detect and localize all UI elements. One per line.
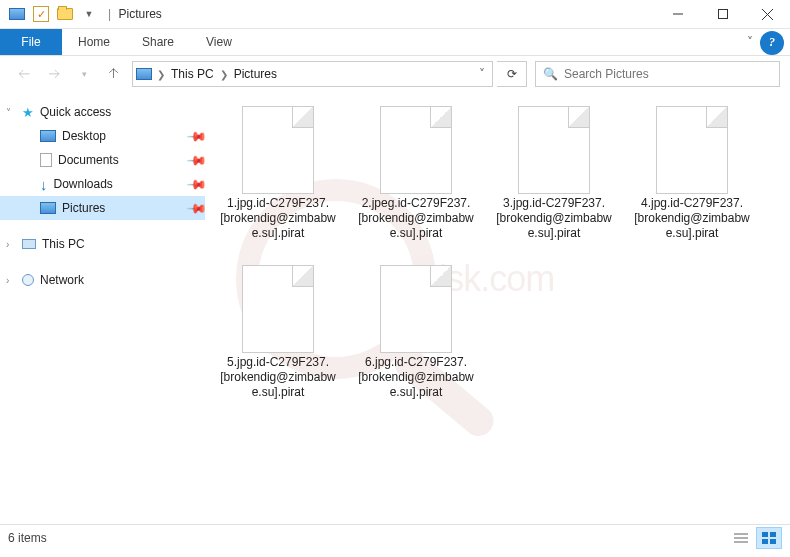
star-icon: ★ [22,105,34,120]
crumb-pictures[interactable]: Pictures [230,62,281,86]
pin-icon: 📌 [186,197,205,219]
help-icon[interactable]: ? [760,31,784,55]
file-item[interactable]: 2.jpeg.id-C279F237.[brokendig@zimbabwe.s… [351,106,481,241]
close-button[interactable] [745,0,790,29]
documents-icon [40,153,52,167]
pc-icon [22,239,36,249]
file-tab[interactable]: File [0,29,62,55]
sidebar-item-pictures[interactable]: Pictures📌 [0,196,205,220]
file-pane[interactable]: 1.jpg.id-C279F237.[brokendig@zimbabwe.su… [205,92,790,524]
titlebar: ✓ ▼ | Pictures [0,0,790,29]
nav-up-button[interactable]: 🡡 [100,60,128,88]
search-input[interactable] [564,67,779,81]
file-item[interactable]: 6.jpg.id-C279F237.[brokendig@zimbabwe.su… [351,265,481,400]
nav-recent-button[interactable]: ▾ [70,60,98,88]
collapse-icon[interactable]: ˅ [6,107,11,118]
search-box[interactable]: 🔍 [535,61,780,87]
svg-rect-8 [770,532,776,537]
crumb-root-chevron[interactable]: ❯ [155,62,167,86]
sidebar: ˅ ★ Quick access Desktop📌 Documents📌 ↓ D… [0,92,205,524]
file-name: 4.jpg.id-C279F237.[brokendig@zimbabwe.su… [627,196,757,241]
crumb-thispc[interactable]: This PC [167,62,218,86]
pictures-icon [40,202,56,214]
maximize-button[interactable] [700,0,745,29]
svg-rect-9 [762,539,768,544]
sidebar-network[interactable]: › Network [0,268,205,292]
file-item[interactable]: 1.jpg.id-C279F237.[brokendig@zimbabwe.su… [213,106,343,241]
nav-forward-button[interactable]: 🡢 [40,60,68,88]
file-item[interactable]: 3.jpg.id-C279F237.[brokendig@zimbabwe.su… [489,106,619,241]
sidebar-item-desktop[interactable]: Desktop📌 [0,124,205,148]
pin-icon: 📌 [186,125,205,147]
file-icon [242,106,314,194]
downloads-icon: ↓ [40,176,48,193]
file-name: 3.jpg.id-C279F237.[brokendig@zimbabwe.su… [489,196,619,241]
nav-row: 🡠 🡢 ▾ 🡡 ❯ This PC ❯ Pictures ˅ ⟳ 🔍 [0,56,790,92]
view-details-button[interactable] [728,527,754,549]
desktop-icon [40,130,56,142]
file-item[interactable]: 4.jpg.id-C279F237.[brokendig@zimbabwe.su… [627,106,757,241]
file-icon [518,106,590,194]
crumb-chevron[interactable]: ❯ [218,62,230,86]
ribbon-expand-icon[interactable]: ˅ [740,29,760,55]
svg-rect-7 [762,532,768,537]
file-name: 2.jpeg.id-C279F237.[brokendig@zimbabwe.s… [351,196,481,241]
location-icon [133,68,155,80]
nav-back-button[interactable]: 🡠 [10,60,38,88]
file-name: 5.jpg.id-C279F237.[brokendig@zimbabwe.su… [213,355,343,400]
window-title: Pictures [118,7,161,21]
file-icon [380,106,452,194]
tab-view[interactable]: View [190,29,248,55]
title-separator: | [108,7,111,21]
sidebar-item-documents[interactable]: Documents📌 [0,148,205,172]
sidebar-item-downloads[interactable]: ↓ Downloads📌 [0,172,205,196]
tab-share[interactable]: Share [126,29,190,55]
view-thumbnails-button[interactable] [756,527,782,549]
svg-rect-10 [770,539,776,544]
file-icon [242,265,314,353]
address-dropdown-icon[interactable]: ˅ [470,62,492,86]
tab-home[interactable]: Home [62,29,126,55]
file-name: 6.jpg.id-C279F237.[brokendig@zimbabwe.su… [351,355,481,400]
minimize-button[interactable] [655,0,700,29]
status-bar: 6 items [0,524,790,550]
pin-icon: 📌 [186,173,205,195]
qat-properties-icon[interactable]: ✓ [30,3,52,25]
svg-rect-1 [718,10,727,19]
file-item[interactable]: 5.jpg.id-C279F237.[brokendig@zimbabwe.su… [213,265,343,400]
pin-icon: 📌 [186,149,205,171]
network-icon [22,274,34,286]
sidebar-quick-access[interactable]: ˅ ★ Quick access [0,100,205,124]
file-name: 1.jpg.id-C279F237.[brokendig@zimbabwe.su… [213,196,343,241]
qat-newfolder-icon[interactable] [54,3,76,25]
address-bar[interactable]: ❯ This PC ❯ Pictures ˅ [132,61,493,87]
qat-customize-icon[interactable]: ▼ [78,3,100,25]
app-icon [6,3,28,25]
refresh-button[interactable]: ⟳ [497,61,527,87]
expand-icon[interactable]: › [6,239,9,250]
expand-icon[interactable]: › [6,275,9,286]
ribbon: File Home Share View ˅ ? [0,29,790,56]
item-count: 6 items [8,531,47,545]
sidebar-thispc[interactable]: › This PC [0,232,205,256]
search-icon: 🔍 [536,67,564,81]
file-icon [656,106,728,194]
file-icon [380,265,452,353]
